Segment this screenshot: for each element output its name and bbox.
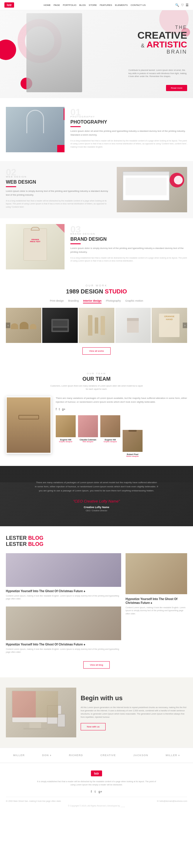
team-member-2-name: Claudia Coleman [78, 439, 98, 441]
tab-print-design[interactable]: Print design [50, 299, 64, 303]
branddesign-content: 03 BRAND DESIGN BRAND DESIGN Lorem ipsum… [71, 224, 187, 263]
blog-post-1-image [6, 553, 121, 587]
team-section: OUR TEAM OUR TEAM Customers, Lorem Ipsum… [0, 364, 193, 466]
search-icon[interactable]: 🔍 [175, 3, 179, 7]
blog-left-col: Hypnotize Yourself Into The Ghost Of Chr… [6, 553, 121, 657]
logo[interactable]: lstr [4, 2, 14, 8]
nav-store[interactable]: STORE [89, 4, 97, 6]
team-facebook-icon[interactable]: f [56, 408, 57, 411]
team-member-4-photo [122, 430, 142, 452]
nav-icons: 🔍 ♡ ☰ [175, 3, 189, 7]
footer-address: ✉ 1500 Main Street San. making it look l… [6, 800, 61, 802]
blog-btn-wrap: View all blog [6, 661, 187, 669]
gallery-prev-button[interactable]: ‹ [6, 323, 10, 328]
dark-author-role: CEO / Creative Director [12, 509, 181, 512]
team-googleplus-icon[interactable]: g+ [62, 408, 65, 411]
team-member-4-role: Motion designer [122, 455, 142, 457]
nav-home[interactable]: HOME [44, 4, 51, 6]
gallery-item-2 [42, 308, 78, 343]
photography-red-corner [57, 145, 64, 152]
webdesign-red-bar [6, 186, 16, 187]
dark-quote: "CEO Creative Lofty Name" [12, 499, 181, 503]
hero-brain: BRAIN [138, 49, 187, 55]
brand-miller-2: MILLER ♦ [166, 754, 180, 757]
team-member-3-photo [100, 415, 120, 437]
blog-post-1: Hypnotize Yourself Into The Ghost Of Chr… [6, 553, 121, 601]
hero-artistic: ARTISTIC [147, 39, 187, 49]
ourwork-subtitle-red: STUDIO [105, 288, 127, 294]
begin-title: Begin with us [81, 694, 187, 702]
hero-text-block: THE CREATIVE & ARTISTIC BRAIN [138, 25, 187, 55]
gallery-item-4 [115, 308, 151, 343]
blog-post-2: Hypnotize Yourself Into The Ghost Of Chr… [6, 607, 121, 654]
team-member-4-name: Robert Paul [122, 453, 142, 455]
branddesign-text-main: Lorem ipsum dolor is simply dummy text o… [71, 247, 187, 254]
photography-title: PHOTOGRAPHY [71, 120, 187, 125]
blog-header: LESTER BLOG LESTER BLOG [6, 535, 187, 547]
tab-graphic-motion[interactable]: Graphic motion [125, 299, 143, 303]
team-twitter-icon[interactable]: t [59, 408, 60, 411]
tab-photography[interactable]: Photography [106, 299, 121, 303]
team-member-4: Robert Paul Motion designer [122, 415, 142, 457]
blog-title-red: BLOG [28, 535, 44, 541]
hero-ampersand: & [141, 43, 144, 49]
footer-email: ✉ hello@domain@business.com [157, 800, 187, 802]
blog-title: LESTER BLOG [6, 541, 187, 547]
begin-now-button[interactable]: Now with us [81, 723, 106, 731]
brand-creative: CREATIVE [100, 754, 116, 757]
webdesign-label: WEB DESIGN [6, 176, 111, 178]
gallery-item-3 [79, 308, 114, 343]
footer-facebook-icon[interactable]: f [91, 790, 92, 793]
webdesign-text-main: Lorem ipsum dolor is simply dummy text o… [6, 189, 111, 197]
team-member-1-role: Graphic designer [56, 441, 76, 442]
view-all-blog-button[interactable]: View all blog [83, 661, 110, 669]
brand-jackson: JACKSON [133, 754, 148, 757]
hero-read-more-button[interactable]: Read more [166, 85, 187, 91]
footer-social: f t g+ [6, 790, 187, 793]
photography-red-line [64, 108, 64, 120]
photography-image [6, 107, 64, 152]
nav-page[interactable]: PAGE [54, 4, 60, 6]
blog-blog: BLOG [28, 541, 44, 547]
team-member-1: Eugene Hill Graphic designer [56, 415, 76, 457]
branddesign-label: BRAND DESIGN [71, 232, 187, 235]
footer-twitter-icon[interactable]: t [95, 790, 95, 793]
photography-red-bar [71, 126, 81, 127]
brand-richerd: RICHERD [69, 754, 83, 757]
webdesign-image [117, 167, 187, 212]
footer-logo: lstr [91, 771, 102, 776]
gallery-item-5: ORANGEHAND [151, 308, 187, 343]
view-all-works-button[interactable]: View all works [82, 347, 111, 354]
menu-icon[interactable]: ☰ [186, 3, 189, 7]
ourwork-subtitle: 1989 DESIGN STUDIO [6, 288, 187, 295]
team-member-1-photo [56, 415, 76, 437]
branddesign-image: ORANGEPRICE TEXT [6, 224, 64, 270]
nav-links: HOME PAGE PORTFOLIO BLOG STORE FEATURES … [44, 4, 146, 6]
team-right-content: There are many variations of packages of… [56, 397, 187, 457]
heart-icon[interactable]: ♡ [181, 3, 184, 7]
team-member-1-name: Eugene Hill [56, 439, 76, 441]
hero-ampersand-artistic: & ARTISTIC [138, 40, 187, 49]
nav-elements[interactable]: ELEMENTS [115, 4, 128, 6]
team-label: OUR TEAM [6, 372, 187, 375]
hero-creative: CREATIVE [138, 30, 187, 40]
team-text: There are many variations of packages of… [56, 397, 187, 404]
hero-section: THE CREATIVE & ARTISTIC BRAIN Contribute… [0, 10, 193, 98]
ourwork-subtitle-normal: 1989 DESIGN [66, 288, 105, 294]
gallery-next-button[interactable]: › [183, 323, 187, 328]
tab-branding[interactable]: Branding [68, 299, 79, 303]
footer-googleplus-icon[interactable]: g+ [99, 790, 102, 793]
webdesign-title: WEB DESIGN [6, 180, 111, 185]
team-member-3-role: Graphic designer [100, 441, 120, 442]
nav-portfolio[interactable]: PORTFOLIO [63, 4, 76, 6]
blog-post-2-text: Content Lorem Ipsum, making it look like… [6, 648, 121, 654]
tab-interior-design[interactable]: Interior design [83, 299, 102, 303]
nav-blog[interactable]: BLOG [79, 4, 86, 6]
begin-devices-image [6, 688, 76, 737]
blog-post-1-text: Content Lorem Ipsum, making it look like… [6, 594, 121, 601]
team-member-2: Claudia Coleman Web designer [78, 415, 98, 457]
team-content-wrap: There are many variations of packages of… [6, 397, 187, 457]
webdesign-section: 02 WEB DESIGN WEB DESIGN Lorem ipsum dol… [0, 161, 193, 218]
nav-contact[interactable]: CONTACT US [131, 4, 145, 6]
nav-features[interactable]: FEATURES [100, 4, 112, 6]
